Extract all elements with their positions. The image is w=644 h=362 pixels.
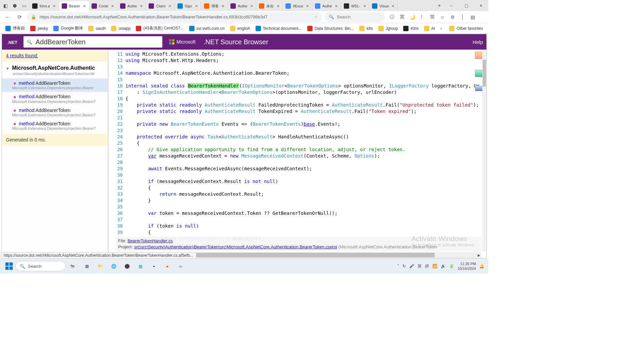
line-number[interactable]: 18 — [109, 96, 123, 102]
site-info-icon[interactable]: 🔒 — [31, 14, 36, 19]
bookmark-item[interactable]: Jgroup — [376, 24, 400, 33]
line-number[interactable]: 13 — [109, 64, 123, 70]
line-number[interactable]: 15 — [109, 76, 123, 83]
browser-tab[interactable]: Claim✕ — [146, 1, 174, 11]
line-number[interactable]: 32 — [109, 185, 123, 191]
scroll-right-icon[interactable]: ▶ — [476, 252, 482, 258]
tray-chevron-icon[interactable]: ˄ — [397, 264, 399, 268]
tab-close-icon[interactable]: ✕ — [110, 4, 115, 8]
tab-close-icon[interactable]: ✕ — [334, 4, 339, 8]
code-line[interactable] — [125, 76, 486, 83]
url-field[interactable]: 🔒 https://source.dot.net/#Microsoft.AspN… — [27, 12, 322, 22]
task-view-icon[interactable]: ⊞ — [80, 260, 93, 272]
file-link[interactable]: BearerTokenHandler.cs — [127, 238, 173, 243]
line-number[interactable]: 20 — [109, 108, 123, 115]
code-line[interactable]: private static readonly AuthenticateResu… — [125, 108, 486, 115]
code-line[interactable] — [125, 64, 486, 70]
taskbar-widget-icon[interactable]: 🐄 — [67, 264, 77, 269]
ime-lang[interactable]: 英 — [398, 13, 407, 21]
ime-toggle-en[interactable]: Ⓘ — [388, 13, 396, 21]
browser-tab[interactable]: Sign✕ — [175, 1, 201, 11]
line-number[interactable]: 29 — [109, 166, 123, 172]
search-result[interactable]: method AddBearerTokenMicrosoft.Extension… — [2, 92, 108, 105]
site-search-input[interactable] — [36, 38, 159, 46]
tab-close-icon[interactable]: ✕ — [391, 4, 395, 8]
browser-tab[interactable]: Cooki✕ — [89, 1, 117, 11]
ext-gear-icon[interactable]: ⚙ — [448, 13, 457, 21]
scrollbar-vertical[interactable] — [482, 50, 486, 251]
close-window-button[interactable]: ✕ — [474, 0, 488, 11]
back-button[interactable]: ← — [3, 12, 12, 22]
line-number[interactable]: 22 — [109, 121, 123, 127]
browser-tab[interactable]: Authe✕ — [228, 1, 257, 11]
line-number[interactable]: 11 — [109, 51, 123, 57]
code-line[interactable] — [125, 115, 486, 121]
tray-mic-icon[interactable]: 🎤 — [409, 264, 414, 268]
site-search-box[interactable]: 🔍 — [23, 36, 162, 48]
notifications-icon[interactable]: 🔔 — [479, 264, 484, 268]
code-line[interactable]: { — [125, 140, 486, 146]
line-number[interactable]: 37 — [109, 217, 123, 223]
line-number[interactable]: 26 — [109, 146, 123, 153]
code-line[interactable]: using Microsoft.Net.Http.Headers; — [125, 57, 486, 64]
code-line[interactable]: { — [125, 185, 486, 191]
profile-icon[interactable]: ◧ — [2, 2, 9, 9]
ime-simp[interactable]: 简 — [428, 13, 437, 21]
browser-tab[interactable]: Bearer✕ — [59, 1, 89, 11]
taskbar-search[interactable]: 🔍 Search — [15, 261, 66, 271]
collections-icon[interactable]: ▤ — [468, 13, 477, 21]
ime-indicator[interactable]: 英 — [418, 263, 422, 269]
code-line[interactable]: internal sealed class BearerTokenHandler… — [125, 83, 486, 89]
terminal-icon[interactable]: ▪ — [148, 260, 160, 272]
code-line[interactable]: await Events.MessageReceivedAsync(messag… — [125, 166, 486, 172]
line-number[interactable]: 39 — [109, 229, 123, 236]
code-line[interactable]: if (messageReceivedContext.Result is not… — [125, 178, 486, 185]
tabs-icon[interactable]: ▭ — [21, 2, 28, 9]
line-number[interactable]: 17 — [109, 89, 123, 96]
dotnet-logo[interactable]: .NET — [5, 35, 19, 49]
line-number[interactable]: 28 — [109, 159, 123, 166]
line-number[interactable]: 23 — [109, 127, 123, 134]
ext-dots-icon[interactable]: ⠇ — [418, 13, 427, 21]
tab-close-icon[interactable]: ✕ — [305, 4, 310, 8]
browser-tab[interactable]: Authe✕ — [312, 1, 341, 11]
code-line[interactable] — [125, 127, 486, 134]
browser-tab[interactable]: IIExce✕ — [283, 1, 312, 11]
tab-close-icon[interactable]: ✕ — [82, 4, 87, 8]
reload-button[interactable]: ⟳ — [15, 12, 24, 22]
workspaces-icon[interactable]: ⬢ — [11, 2, 18, 9]
code-line[interactable]: using Microsoft.Extensions.Options; — [125, 51, 486, 57]
app-icon[interactable]: ▦ — [134, 260, 147, 272]
bookmark-item[interactable]: (43条消息) CentOS7... — [134, 24, 185, 33]
bookmarks-overflow-icon[interactable]: › — [438, 25, 444, 32]
code-line[interactable]: if (token is null) — [125, 223, 486, 229]
tab-close-icon[interactable]: ✕ — [276, 4, 280, 8]
code-line[interactable]: private new BearerTokenEvents Events => … — [125, 121, 486, 127]
line-number[interactable]: 12 — [109, 57, 123, 64]
tab-close-icon[interactable]: ✕ — [168, 4, 172, 8]
bookmark-item[interactable]: english — [228, 24, 252, 33]
ext-moon-icon[interactable]: 🌙 — [408, 13, 417, 21]
tab-close-icon[interactable]: ✕ — [139, 4, 144, 8]
app-icon[interactable]: ⚫ — [121, 260, 133, 272]
volume-icon[interactable]: 🔊 — [441, 264, 446, 268]
line-number[interactable]: 24 — [109, 134, 123, 140]
line-number[interactable]: 14 — [109, 70, 123, 76]
visual-studio-icon[interactable]: ∞ — [174, 260, 187, 272]
wifi-icon[interactable]: 📶 — [432, 264, 437, 268]
line-number[interactable]: 35 — [109, 204, 123, 210]
search-result[interactable]: method AddBearerTokenMicrosoft.Extension… — [2, 119, 108, 132]
line-number[interactable]: 27 — [109, 153, 123, 159]
tab-close-icon[interactable]: ✕ — [249, 4, 254, 8]
minimize-button[interactable]: ─ — [444, 0, 459, 11]
favorite-icon[interactable]: ☆ — [314, 14, 318, 19]
browser-tab[interactable]: 博客✕ — [201, 1, 228, 11]
tray-sync-icon[interactable]: ↻ — [402, 264, 406, 268]
result-group-header[interactable]: Microsoft.AspNetCore.Authentic — [2, 62, 108, 72]
browser-tab[interactable]: Authe✕ — [117, 1, 146, 11]
browser-tab[interactable]: Kimi.a✕ — [30, 1, 59, 11]
line-number[interactable]: 19 — [109, 102, 123, 108]
bookmark-item[interactable]: oauth — [86, 24, 108, 33]
ime-mode[interactable]: 拼 — [425, 263, 429, 269]
code-body[interactable]: using Microsoft.Extensions.Options;using… — [125, 50, 486, 258]
